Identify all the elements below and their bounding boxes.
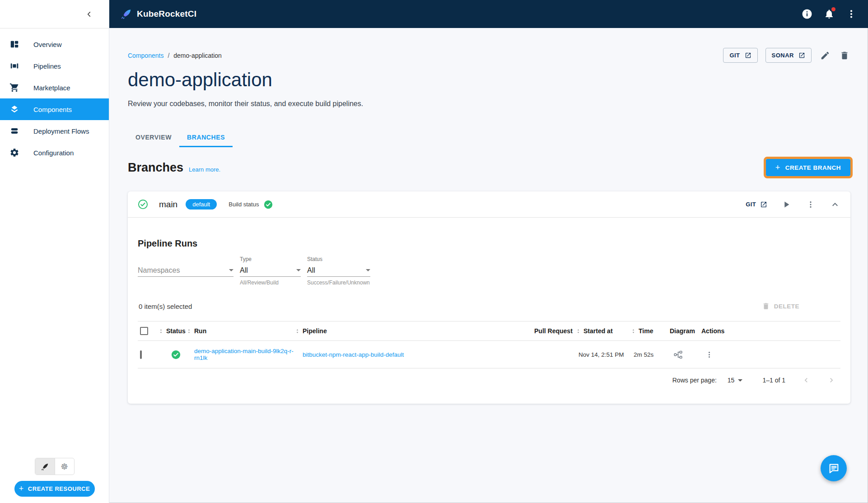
learn-more-link[interactable]: Learn more. — [189, 166, 220, 173]
topbar-actions — [801, 8, 857, 20]
sort-icon — [295, 327, 300, 335]
kuberocketci-logo-icon — [120, 8, 132, 20]
page-subtitle: Review your codebases, monitor their sta… — [128, 100, 850, 108]
column-header-time[interactable]: Time — [631, 327, 670, 335]
column-header-pipeline[interactable]: Pipeline — [295, 327, 534, 335]
type-filter: Type All All/Review/Build — [240, 256, 301, 289]
notifications-button[interactable] — [823, 8, 835, 20]
page-title: demo-application — [128, 69, 850, 91]
sidebar-item-marketplace[interactable]: Marketplace — [0, 77, 109, 98]
sidebar-item-label: Components — [33, 106, 72, 113]
breadcrumb: Components / demo-application — [128, 52, 222, 59]
column-header-actions: Actions — [701, 327, 840, 335]
namespaces-select[interactable]: Namespaces — [138, 264, 233, 277]
breadcrumb-components-link[interactable]: Components — [128, 52, 163, 59]
edit-component-button[interactable] — [819, 50, 831, 61]
create-branch-button[interactable]: + CREATE BRANCH — [766, 159, 850, 176]
tab-branches[interactable]: BRANCHES — [179, 128, 233, 147]
collapse-branch-button[interactable] — [830, 199, 840, 210]
chat-fab-button[interactable] — [821, 455, 847, 481]
git-button-label: GIT — [729, 52, 740, 59]
trash-icon — [840, 51, 849, 61]
rocket-icon — [41, 462, 49, 471]
status-select-value: All — [307, 266, 315, 275]
rows-per-page-label: Rows per page: — [672, 377, 717, 384]
select-all-checkbox[interactable] — [140, 327, 148, 335]
kubernetes-icon: ☸ — [61, 462, 68, 471]
external-link-icon — [798, 52, 805, 59]
sonar-button[interactable]: SONAR — [765, 48, 812, 63]
main-content: Components / demo-application GIT SONAR — [109, 28, 868, 503]
brand[interactable]: KubeRocketCI — [120, 8, 196, 20]
diagram-button[interactable] — [670, 350, 701, 359]
sidebar-item-label: Pipelines — [33, 62, 61, 70]
time-cell: 2m 52s — [631, 351, 670, 358]
field-helper — [138, 277, 233, 289]
branch-git-link[interactable]: GIT — [746, 201, 767, 208]
kebab-menu-button[interactable] — [845, 8, 857, 20]
kubernetes-app-button[interactable]: ☸ — [55, 458, 74, 475]
chevron-down-icon — [738, 379, 742, 382]
kebab-menu-icon — [705, 350, 840, 359]
branch-card-actions: GIT — [746, 199, 840, 210]
tab-overview[interactable]: OVERVIEW — [128, 128, 179, 147]
branch-git-label: GIT — [746, 201, 756, 208]
breadcrumb-current: demo-application — [173, 52, 222, 59]
sidebar-item-configuration[interactable]: Configuration — [0, 142, 109, 163]
sort-icon — [187, 327, 191, 335]
info-icon — [802, 9, 812, 19]
branch-kebab-menu-button[interactable] — [805, 199, 816, 210]
notification-badge — [831, 7, 835, 11]
delete-component-button[interactable] — [839, 50, 850, 61]
app-switcher: ☸ — [35, 458, 75, 475]
kebab-menu-icon — [846, 9, 857, 19]
row-checkbox[interactable] — [140, 350, 142, 359]
delete-selected-button[interactable]: DELETE — [762, 302, 799, 310]
sonar-button-label: SONAR — [772, 52, 794, 59]
pencil-icon — [820, 51, 830, 61]
rocket-app-button[interactable] — [35, 458, 55, 475]
sidebar: Overview Pipelines Marketplace Component… — [0, 0, 109, 503]
dashboard-icon — [9, 39, 20, 50]
table-pagination: Rows per page: 15 1–1 of 1 — [138, 368, 840, 392]
next-page-button[interactable] — [827, 376, 836, 385]
info-button[interactable] — [801, 8, 813, 20]
chat-bubble-icon — [828, 462, 840, 475]
chevron-down-icon — [296, 269, 301, 271]
git-button[interactable]: GIT — [723, 48, 757, 63]
previous-page-button[interactable] — [802, 376, 811, 385]
tabs: OVERVIEW BRANCHES — [128, 128, 850, 147]
trash-icon — [762, 302, 770, 310]
rows-per-page-select[interactable]: 15 — [728, 377, 743, 384]
table-row: demo-application-main-build-9lk2q-r-rn1l… — [138, 341, 840, 368]
status-select[interactable]: All — [307, 264, 370, 277]
pipelines-icon — [9, 61, 20, 71]
column-header-status[interactable]: Status — [159, 327, 187, 335]
chevron-down-icon — [229, 269, 233, 271]
sidebar-item-pipelines[interactable]: Pipelines — [0, 55, 109, 77]
sort-icon — [631, 327, 636, 335]
plus-icon: + — [775, 163, 780, 172]
topbar: KubeRocketCI — [109, 0, 868, 28]
delete-label: DELETE — [774, 303, 799, 310]
branch-card-header[interactable]: main default Build status GIT — [128, 191, 850, 217]
column-header-started-at[interactable]: Started at — [576, 327, 631, 335]
sidebar-item-overview[interactable]: Overview — [0, 33, 109, 55]
column-header-diagram: Diagram — [670, 327, 701, 335]
type-select[interactable]: All — [240, 264, 301, 277]
sidebar-item-deployment-flows[interactable]: Deployment Flows — [0, 120, 109, 142]
trigger-build-button[interactable] — [781, 199, 792, 210]
brand-title: KubeRocketCI — [137, 9, 196, 19]
type-filter-helper: All/Review/Build — [240, 277, 301, 289]
sidebar-item-components[interactable]: Components — [0, 98, 109, 120]
sort-icon — [159, 327, 163, 335]
chevron-left-icon — [85, 10, 93, 18]
column-header-run[interactable]: Run — [187, 327, 295, 335]
sidebar-collapse-button[interactable] — [83, 8, 95, 20]
pipeline-runs-heading: Pipeline Runs — [138, 238, 840, 249]
row-kebab-menu-button[interactable] — [701, 350, 840, 359]
sidebar-footer: ☸ + CREATE RESOURCE — [0, 458, 109, 503]
create-resource-button[interactable]: + CREATE RESOURCE — [14, 481, 95, 497]
run-link[interactable]: demo-application-main-build-9lk2q-r-rn1l… — [194, 348, 294, 361]
pipeline-link[interactable]: bitbucket-npm-react-app-build-default — [303, 351, 404, 358]
